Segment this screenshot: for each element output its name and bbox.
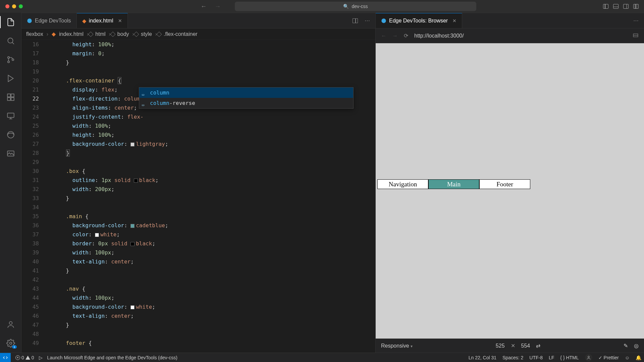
- code-line[interactable]: footer {: [53, 339, 375, 348]
- svg-point-11: [9, 321, 12, 324]
- code-line[interactable]: }: [53, 148, 375, 158]
- tab-index-html[interactable]: ◆ index.html ✕: [77, 13, 128, 28]
- forward-icon[interactable]: →: [215, 3, 221, 10]
- extensions-icon[interactable]: [6, 93, 15, 102]
- code-line[interactable]: margin: 0;: [53, 49, 375, 58]
- tab-edge-devtools[interactable]: Edge DevTools: [21, 13, 77, 28]
- code-line[interactable]: height: 100%;: [53, 40, 375, 49]
- code-line[interactable]: width: 100px;: [53, 248, 375, 257]
- browser-back-icon[interactable]: ←: [381, 33, 386, 39]
- code-line[interactable]: [53, 275, 375, 284]
- intellisense-popup[interactable]: ▭column▭column-reverse: [139, 87, 354, 109]
- code-line[interactable]: width: 200px;: [53, 185, 375, 194]
- code-line[interactable]: [53, 158, 375, 167]
- svg-point-16: [588, 356, 589, 358]
- breadcrumb-item[interactable]: index.html: [59, 31, 84, 37]
- indentation[interactable]: Spaces: 2: [502, 355, 523, 360]
- code-line[interactable]: width: 100px;: [53, 293, 375, 302]
- code-editor[interactable]: 1617181920212223242526272829303132333435…: [21, 40, 375, 353]
- browser-reload-icon[interactable]: ⟳: [404, 33, 408, 39]
- layout-customize-icon[interactable]: [633, 4, 639, 9]
- viewport-height[interactable]: 554: [521, 343, 530, 349]
- breadcrumb-item[interactable]: .flex-container: [164, 31, 198, 37]
- browser-forward-icon[interactable]: →: [392, 33, 398, 39]
- code-line[interactable]: height: 100%;: [53, 130, 375, 139]
- code-line[interactable]: outline: 1px solid black;: [53, 176, 375, 185]
- debug-launch-icon[interactable]: ▷: [39, 355, 43, 360]
- code-line[interactable]: }: [53, 58, 375, 67]
- live-share-icon[interactable]: [585, 354, 592, 361]
- viewport-width[interactable]: 525: [496, 343, 505, 349]
- split-editor-icon[interactable]: [353, 18, 358, 23]
- tab-edge-browser[interactable]: Edge DevTools: Browser ✕: [376, 13, 462, 28]
- code-line[interactable]: }: [53, 266, 375, 275]
- breadcrumb-item[interactable]: body: [117, 31, 129, 37]
- code-line[interactable]: .main {: [53, 212, 375, 221]
- code-line[interactable]: background-color: lightgray;: [53, 139, 375, 148]
- layout-panel-icon[interactable]: [613, 4, 619, 9]
- explorer-icon[interactable]: [6, 17, 15, 27]
- code-line[interactable]: text-align: center;: [53, 311, 375, 320]
- accounts-icon[interactable]: [6, 320, 15, 329]
- minimize-window-icon[interactable]: [12, 4, 16, 8]
- back-icon[interactable]: ←: [201, 3, 207, 10]
- code-line[interactable]: }: [53, 194, 375, 203]
- svg-rect-4: [7, 94, 10, 97]
- breadcrumb[interactable]: flexbox › ◆ index.html › ⃟ html › ⃟ body…: [21, 28, 375, 40]
- cursor-position[interactable]: Ln 22, Col 31: [469, 355, 496, 360]
- screencast-icon[interactable]: ✎: [624, 343, 628, 349]
- more-actions-icon[interactable]: ⋯: [365, 17, 370, 24]
- close-tab-icon[interactable]: ✕: [118, 18, 122, 23]
- suggest-item[interactable]: ▭column: [139, 87, 353, 98]
- notifications-icon[interactable]: 🔔: [636, 355, 641, 360]
- code-lines[interactable]: height: 100%; margin: 0; } .flex-contain…: [51, 40, 375, 353]
- browser-viewport[interactable]: Navigation Main Footer: [376, 43, 644, 339]
- open-devtools-icon[interactable]: [633, 33, 639, 39]
- launch-message[interactable]: Launch Microsoft Edge and open the Edge …: [47, 355, 177, 360]
- code-line[interactable]: background-color: white;: [53, 302, 375, 311]
- remote-indicator[interactable]: [0, 353, 11, 362]
- encoding[interactable]: UTF-8: [529, 355, 543, 360]
- browser-url[interactable]: http://localhost:3000/: [414, 33, 464, 39]
- close-tab-icon[interactable]: ✕: [452, 18, 457, 23]
- gallery-icon[interactable]: [6, 149, 15, 158]
- code-line[interactable]: [53, 203, 375, 212]
- code-line[interactable]: color: white;: [53, 230, 375, 239]
- code-line[interactable]: background-color: cadetblue;: [53, 221, 375, 230]
- settings-gear-icon[interactable]: 1: [6, 339, 15, 348]
- source-control-icon[interactable]: [6, 55, 15, 64]
- code-line[interactable]: [53, 329, 375, 339]
- problems-indicator[interactable]: ✕ 0 0: [15, 355, 34, 360]
- code-line[interactable]: justify-content: flex-: [53, 112, 375, 121]
- code-line[interactable]: .box {: [53, 167, 375, 176]
- language-mode[interactable]: { } HTML: [560, 355, 579, 360]
- code-line[interactable]: text-align: center;: [53, 257, 375, 266]
- code-line[interactable]: .nav {: [53, 284, 375, 293]
- command-center[interactable]: 🔍 dev-css: [235, 2, 476, 11]
- code-line[interactable]: border: 0px solid black;: [53, 239, 375, 248]
- remote-explorer-icon[interactable]: [6, 111, 15, 121]
- breadcrumb-item[interactable]: html: [95, 31, 105, 37]
- layout-sidebar-left-icon[interactable]: [603, 4, 608, 9]
- more-actions-icon[interactable]: ⋯: [633, 17, 639, 24]
- chevron-right-icon: ›: [109, 31, 111, 37]
- code-line[interactable]: [53, 67, 375, 76]
- suggest-item[interactable]: ▭column-reverse: [139, 98, 353, 108]
- feedback-icon[interactable]: ☺: [625, 355, 630, 360]
- close-window-icon[interactable]: [5, 4, 9, 8]
- code-line[interactable]: }: [53, 320, 375, 329]
- zoom-window-icon[interactable]: [19, 4, 23, 8]
- search-icon[interactable]: [6, 36, 15, 46]
- code-line[interactable]: .flex-container {: [53, 76, 375, 85]
- breadcrumb-item[interactable]: flexbox: [26, 31, 43, 37]
- edge-tools-icon[interactable]: [6, 130, 15, 139]
- prettier-status[interactable]: ✓ Prettier: [598, 355, 619, 360]
- rotate-icon[interactable]: ⇄: [536, 343, 540, 349]
- inspect-icon[interactable]: ◎: [634, 343, 639, 349]
- breadcrumb-item[interactable]: style: [141, 31, 152, 37]
- code-line[interactable]: width: 100%;: [53, 121, 375, 130]
- run-debug-icon[interactable]: [6, 74, 15, 83]
- eol[interactable]: LF: [549, 355, 554, 360]
- viewport-mode[interactable]: Responsive ▾: [381, 343, 413, 349]
- layout-sidebar-right-icon[interactable]: [623, 4, 629, 9]
